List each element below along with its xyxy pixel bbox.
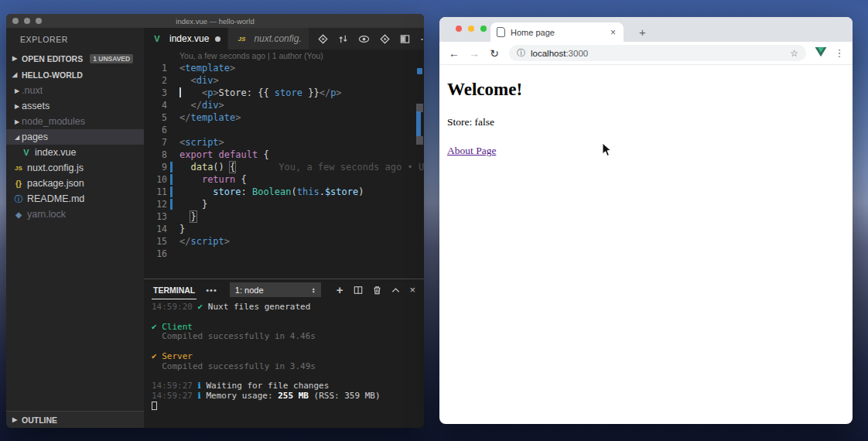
terminal-more-icon[interactable]: ••• [206, 285, 217, 295]
line-number: 10 [144, 173, 167, 186]
tree-item-yarn-lock[interactable]: ◆yarn.lock [6, 207, 144, 222]
new-terminal-icon[interactable]: + [337, 283, 343, 296]
open-editors-section[interactable]: ▶ OPEN EDITORS 1 UNSAVED [6, 50, 144, 67]
code-line-15[interactable]: 15</script> [144, 235, 424, 248]
vue-devtools-extension-icon[interactable] [812, 46, 829, 60]
code-editor[interactable]: You, a few seconds ago | 1 author (You) … [144, 50, 424, 279]
modified-dot-icon[interactable] [215, 36, 220, 42]
tree-item-label: package.json [27, 178, 84, 189]
split-terminal-icon[interactable] [354, 285, 363, 295]
browser-window: Home page × + ← → ↻ ⓘ localhost:3000 ☆ ⋮… [439, 17, 853, 424]
chevron-right-icon: ▶ [10, 416, 19, 423]
terminal-header: TERMINAL ••• 1: node ▲▼ + [144, 279, 424, 300]
store-text: Store: false [447, 116, 845, 128]
terminal-line [152, 402, 424, 412]
project-label: HELLO-WORLD [22, 70, 83, 80]
maximize-panel-icon[interactable] [391, 287, 400, 293]
chevron-right-icon: ▶ [12, 118, 22, 125]
code-text: <p>Store: {{ store }}</p> [167, 87, 342, 99]
code-line-8[interactable]: 8export default { [144, 149, 424, 161]
code-text: } [167, 198, 207, 210]
text-cursor [179, 87, 181, 97]
tree-item-pages[interactable]: ◢pages [6, 129, 144, 145]
vue-file-icon: V [20, 148, 32, 157]
line-number: 6 [144, 124, 167, 136]
tab-nuxt-config[interactable]: JS nuxt.config. [227, 28, 308, 50]
code-line-12[interactable]: 12 } [144, 198, 424, 210]
code-line-14[interactable]: 14} [144, 223, 424, 235]
code-line-3[interactable]: 3 <p>Store: {{ store }}</p> [144, 87, 424, 99]
close-tab-icon[interactable]: × [609, 27, 617, 38]
code-line-6[interactable]: 6 [144, 124, 424, 136]
tree-item-nuxt-config-js[interactable]: JSnuxt.config.js [6, 160, 144, 176]
code-line-2[interactable]: 2 <div> [144, 74, 424, 87]
unsaved-badge: 1 UNSAVED [90, 54, 133, 63]
about-page-link[interactable]: About Page [447, 145, 496, 156]
code-line-7[interactable]: 7<script> [144, 136, 424, 149]
tree-item-assets[interactable]: ▶assets [6, 98, 144, 114]
code-text [167, 248, 179, 260]
run-preview-icon[interactable] [318, 34, 328, 44]
browser-menu-icon[interactable]: ⋮ [832, 47, 846, 59]
line-number: 12 [144, 198, 167, 210]
chevron-down-icon: ◢ [10, 71, 19, 78]
code-line-4[interactable]: 4 </div> [144, 99, 424, 111]
code-line-9[interactable]: 9 data() {You, a few seconds ago • Uncom… [144, 161, 424, 173]
compare-changes-icon[interactable] [338, 34, 348, 44]
open-preview-icon[interactable] [380, 34, 390, 44]
outline-label: OUTLINE [22, 415, 57, 425]
tree-item-node-modules[interactable]: ▶node_modules [6, 114, 144, 129]
codelens-annotation[interactable]: You, a few seconds ago | 1 author (You) [144, 50, 424, 62]
code-text: export default { [167, 149, 269, 161]
browser-tabstrip: Home page × + [439, 17, 853, 42]
overview-ruler[interactable] [415, 50, 424, 279]
forward-icon[interactable]: → [466, 47, 483, 60]
project-section[interactable]: ◢ HELLO-WORLD [6, 67, 144, 83]
terminal-shell-selector[interactable]: 1: node ▲▼ [230, 282, 321, 297]
browser-tab[interactable]: Home page × [490, 22, 624, 42]
chevron-right-icon: ▶ [12, 103, 22, 110]
code-line-11[interactable]: 11 store: Boolean(this.$store) [144, 186, 424, 198]
line-number: 16 [144, 248, 167, 260]
minimize-window-button[interactable] [468, 26, 474, 32]
tree-item-readme-md[interactable]: ⓘREADME.md [6, 191, 144, 207]
line-number: 15 [144, 235, 167, 248]
toggle-blame-eye-icon[interactable] [358, 35, 370, 43]
code-line-13[interactable]: 13 } [144, 210, 424, 223]
line-number: 8 [144, 149, 167, 161]
close-panel-icon[interactable]: × [410, 284, 416, 296]
terminal-tab[interactable]: TERMINAL [152, 281, 196, 299]
code-text: <script> [167, 136, 224, 149]
code-line-10[interactable]: 10 return { [144, 173, 424, 186]
kill-terminal-icon[interactable] [373, 285, 381, 295]
tree-item-index-vue[interactable]: Vindex.vue [6, 145, 144, 160]
vscode-titlebar[interactable]: index.vue — hello-world [6, 14, 424, 28]
bookmark-star-icon[interactable]: ☆ [790, 48, 798, 59]
tree-item-package-json[interactable]: {}package.json [6, 176, 144, 191]
readme-file-icon: ⓘ [12, 193, 25, 205]
tab-index-vue[interactable]: V index.vue [144, 28, 227, 50]
reload-icon[interactable]: ↻ [486, 47, 503, 60]
outline-section[interactable]: ▶ OUTLINE [6, 411, 144, 428]
terminal-line: 14:59:20 ✔ Nuxt files generated [152, 303, 424, 313]
zoom-window-button[interactable] [480, 26, 487, 32]
terminal-output[interactable]: 14:59:20 ✔ Nuxt files generated✔ Client … [144, 300, 424, 428]
code-text: data() {You, a few seconds ago • Uncommi [167, 161, 424, 173]
tree-item-label: node_modules [22, 116, 85, 127]
line-number: 1 [144, 62, 167, 74]
address-bar[interactable]: ⓘ localhost:3000 ☆ [509, 45, 806, 61]
tree-item--nuxt[interactable]: ▶.nuxt [6, 83, 144, 98]
code-line-1[interactable]: 1<template> [144, 62, 424, 74]
code-line-16[interactable]: 16 [144, 248, 424, 260]
site-info-icon[interactable]: ⓘ [517, 47, 525, 59]
split-editor-icon[interactable] [400, 34, 410, 44]
code-text: <div> [167, 74, 219, 87]
tree-item-label: pages [22, 132, 48, 142]
close-window-button[interactable] [456, 26, 462, 32]
explorer-sidebar: EXPLORER ▶ OPEN EDITORS 1 UNSAVED ◢ HELL… [6, 28, 144, 428]
back-icon[interactable]: ← [446, 47, 463, 60]
code-line-5[interactable]: 5</template> [144, 111, 424, 124]
new-tab-icon[interactable]: + [634, 26, 651, 39]
terminal-line: Compiled successfully in 4.46s [152, 332, 424, 342]
more-actions-icon[interactable]: ⋯ [420, 32, 424, 46]
